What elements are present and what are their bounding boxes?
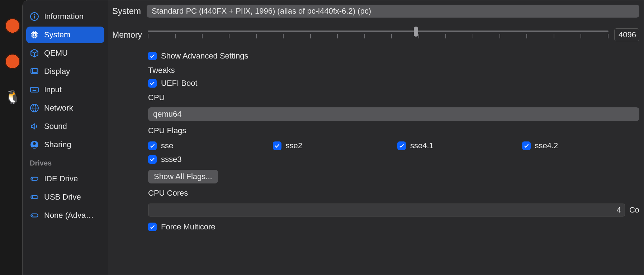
svg-point-28 [32, 178, 33, 179]
uefi-boot-row[interactable]: UEFI Boot [148, 79, 639, 88]
flag-label: sse [161, 141, 173, 150]
sidebar-item-qemu[interactable]: QEMU [26, 45, 104, 61]
keyboard-icon [30, 85, 39, 94]
system-dropdown-value: Standard PC (i440FX + PIIX, 1996) (alias… [152, 6, 371, 16]
chip-icon [30, 30, 39, 39]
cpu-cores-input[interactable] [148, 204, 625, 216]
settings-content: Show Advanced Settings Tweaks UEFI Boot … [108, 45, 644, 236]
sidebar-item-label: QEMU [44, 48, 68, 58]
flag-sse[interactable]: sse [148, 141, 266, 150]
flag-label: ssse3 [161, 155, 181, 164]
checkbox-icon[interactable] [522, 141, 531, 150]
svg-point-32 [32, 215, 33, 216]
flag-sse2[interactable]: sse2 [273, 141, 390, 150]
display-icon [30, 67, 39, 76]
sidebar-item-label: Information [44, 12, 84, 21]
sidebar-item-input[interactable]: Input [26, 81, 104, 98]
memory-row: Memory 4096 [108, 18, 644, 45]
flag-label: sse2 [286, 141, 302, 150]
cpu-cores-label: CPU Cores [148, 188, 639, 198]
memory-slider[interactable] [148, 28, 609, 42]
sidebar-item-sharing[interactable]: Sharing [26, 136, 104, 153]
cube-icon [30, 48, 39, 58]
sidebar-item-network[interactable]: Network [26, 100, 104, 116]
cpu-label: CPU [148, 93, 639, 102]
flag-label: sse4.1 [410, 141, 434, 150]
main-panel: System Standard PC (i440FX + PIIX, 1996)… [108, 0, 644, 275]
drive-icon [30, 192, 39, 202]
checkbox-icon[interactable] [148, 155, 157, 164]
sound-icon [30, 122, 39, 131]
info-icon [30, 12, 39, 21]
linux-penguin-icon[interactable]: 🐧 [5, 89, 20, 105]
cores-suffix: Co [629, 205, 639, 215]
cpu-dropdown[interactable]: qemu64 [148, 107, 639, 121]
ubuntu-icon[interactable] [5, 53, 20, 69]
sidebar-item-label: None (Adva… [44, 211, 94, 220]
checkbox-icon[interactable] [148, 223, 157, 231]
slider-thumb[interactable] [414, 27, 418, 37]
drive-icon [30, 211, 39, 220]
ubuntu-icon[interactable] [5, 18, 20, 34]
svg-rect-16 [30, 88, 38, 92]
svg-rect-15 [33, 69, 37, 73]
drive-icon [30, 174, 39, 183]
checkbox-icon[interactable] [148, 52, 157, 60]
sidebar-item-label: Network [44, 103, 73, 113]
sidebar-item-system[interactable]: System [26, 27, 104, 43]
slider-track [148, 31, 609, 32]
sidebar-item-label: Sound [44, 122, 67, 131]
svg-rect-4 [33, 34, 36, 36]
flag-sse41[interactable]: sse4.1 [397, 141, 515, 150]
cpu-cores-row: Co [148, 204, 639, 216]
settings-window: Information System QEMU Display Input [22, 0, 644, 275]
sidebar-item-label: Display [44, 67, 70, 76]
cpu-flags-grid: sse sse2 sse4.1 sse4.2 ssse3 [148, 141, 639, 164]
uefi-boot-label: UEFI Boot [161, 79, 197, 88]
svg-rect-3 [32, 33, 37, 37]
sidebar-item-sound[interactable]: Sound [26, 118, 104, 135]
flag-ssse3[interactable]: ssse3 [148, 155, 266, 164]
system-row: System Standard PC (i440FX + PIIX, 1996)… [108, 0, 644, 18]
person-icon [30, 140, 39, 149]
sidebar-item-information[interactable]: Information [26, 8, 104, 25]
checkbox-icon[interactable] [273, 141, 281, 150]
sidebar: Information System QEMU Display Input [23, 0, 108, 275]
sidebar-item-label: System [44, 30, 70, 39]
sidebar-item-usb-drive[interactable]: USB Drive [26, 189, 104, 205]
sidebar-item-label: USB Drive [44, 192, 81, 202]
force-multicore-row[interactable]: Force Multicore [148, 222, 639, 232]
tweaks-label: Tweaks [148, 66, 639, 75]
show-advanced-label: Show Advanced Settings [161, 51, 248, 61]
sidebar-item-label: IDE Drive [44, 174, 78, 183]
sidebar-item-ide-drive[interactable]: IDE Drive [26, 171, 104, 187]
show-all-flags-button[interactable]: Show All Flags... [148, 170, 218, 183]
force-multicore-label: Force Multicore [161, 222, 216, 232]
memory-label: Memory [112, 30, 142, 40]
desktop-dock: 🐧 [0, 0, 25, 275]
show-advanced-row[interactable]: Show Advanced Settings [148, 51, 639, 61]
cpu-dropdown-value: qemu64 [153, 109, 182, 118]
sidebar-item-label: Input [44, 85, 62, 94]
sidebar-item-display[interactable]: Display [26, 63, 104, 80]
cpu-flags-label: CPU Flags [148, 126, 639, 135]
flag-label: sse4.2 [535, 141, 558, 150]
flag-sse42[interactable]: sse4.2 [522, 141, 640, 150]
globe-icon [30, 103, 39, 113]
svg-point-26 [33, 142, 36, 145]
checkbox-icon[interactable] [397, 141, 406, 150]
system-dropdown[interactable]: Standard PC (i440FX + PIIX, 1996) (alias… [147, 5, 639, 18]
checkbox-icon[interactable] [148, 79, 157, 88]
page-title: System [112, 6, 141, 16]
checkbox-icon[interactable] [148, 141, 157, 150]
sidebar-item-none-drive[interactable]: None (Adva… [26, 207, 104, 224]
slider-ticks [148, 34, 609, 38]
memory-value[interactable]: 4096 [614, 28, 639, 41]
sidebar-item-label: Sharing [44, 140, 71, 149]
svg-point-2 [34, 14, 35, 15]
svg-point-30 [32, 197, 33, 197]
drives-header: Drives [26, 155, 104, 169]
